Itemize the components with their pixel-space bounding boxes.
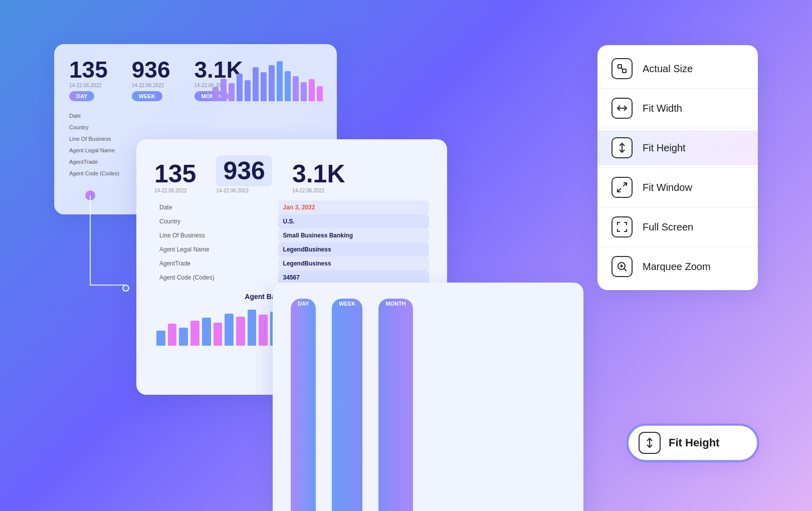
front-stat-value-31k: 3.1K [292, 161, 345, 186]
label-legal-name: Agent Legal Name [154, 242, 278, 257]
table-row: Date Jan 3, 2022 [154, 200, 429, 214]
mini-bar [277, 61, 283, 101]
svg-rect-0 [618, 65, 622, 68]
front-stat-date-135: 14-22.06.2022 [154, 188, 196, 193]
stat-date-936: 14-22.06.2022 [132, 83, 170, 88]
label-agentcode: Agent Code (Codes) [154, 271, 278, 285]
zoom-menu-panel: Actual Size Fit Width Fit Height [597, 45, 758, 290]
chart-bar [156, 331, 165, 346]
divider [597, 246, 758, 247]
svg-line-2 [621, 68, 623, 70]
front-badge-day: DAY [291, 299, 316, 511]
front-badge-month: MONTH [378, 299, 413, 511]
svg-rect-1 [623, 69, 626, 73]
fit-window-label: Fit Window [643, 182, 692, 193]
front-dashboard-card: 135 14-22.06.2022 936 14-22.06.2022 3.1K… [136, 139, 447, 395]
front-stat-date-936: 14-22.06.2022 [216, 188, 272, 193]
chart-bar [236, 317, 245, 346]
divider [597, 128, 758, 128]
value-lob: Small Business Banking [278, 228, 429, 242]
front-stats-row: 135 14-22.06.2022 936 14-22.06.2022 3.1K… [154, 155, 429, 196]
marquee-zoom-icon [612, 256, 633, 277]
mini-bar [269, 65, 275, 101]
value-date: Jan 3, 2022 [278, 200, 429, 214]
table-row: Country U.S. [154, 214, 429, 228]
back-table-country: Country [69, 122, 322, 133]
stat-date-135: 14-22.06.2022 [69, 83, 108, 88]
mini-bar [229, 83, 235, 101]
mini-bar [285, 71, 291, 101]
connector-line-vertical [90, 195, 91, 285]
mini-bar [213, 87, 219, 101]
back-table-date: Date [69, 110, 322, 122]
mini-bar [317, 86, 323, 101]
mini-bar [293, 76, 299, 101]
front-stat-135: 135 14-22.06.2022 [154, 161, 196, 196]
mini-bar [221, 79, 227, 101]
pill-label: Fit Height [669, 436, 719, 449]
zoom-fit-width[interactable]: Fit Width [597, 91, 758, 126]
chart-bar [202, 318, 211, 346]
badge-week: WEEK [132, 91, 162, 101]
divider [597, 88, 758, 89]
stat-135: 135 14-22.06.2022 DAY [69, 58, 108, 101]
pill-fit-height-icon [639, 432, 661, 454]
value-country: U.S. [278, 214, 429, 228]
stat-value-936: 936 [132, 58, 170, 81]
mini-bar [237, 74, 243, 101]
chart-bar [179, 328, 188, 346]
zoom-full-screen[interactable]: Full Screen [597, 209, 758, 244]
label-country: Country [154, 214, 278, 228]
fit-width-icon [612, 98, 633, 119]
zoom-fit-window[interactable]: Fit Window [597, 170, 758, 205]
svg-line-8 [625, 269, 627, 272]
front-stat-31k: 3.1K 14-22.06.2022 [292, 161, 345, 196]
selected-fit-height-pill[interactable]: Fit Height [628, 425, 758, 461]
chart-bar [214, 323, 223, 346]
connector-dot-bottom [122, 285, 129, 292]
badge-day: DAY [69, 91, 94, 101]
table-row: AgentTrade LegendBusiness [154, 257, 429, 271]
fit-height-label: Fit Height [643, 142, 686, 154]
value-agenttrade: LegendBusiness [278, 257, 429, 271]
fit-height-icon [612, 137, 633, 158]
mini-bar [301, 82, 307, 101]
divider [597, 207, 758, 207]
front-stat-value-936: 936 [216, 155, 272, 186]
zoom-actual-size[interactable]: Actual Size [597, 51, 758, 86]
label-date: Date [154, 200, 278, 214]
chart-bar [225, 314, 234, 346]
front-badge-week: WEEK [332, 299, 362, 511]
mini-bar [245, 80, 251, 101]
value-legal-name: LegendBusiness [278, 242, 429, 257]
front-stat-date-31k: 14-22.06.2022 [292, 188, 345, 193]
fit-width-label: Fit Width [643, 103, 682, 114]
stat-value-135: 135 [69, 58, 108, 81]
mini-bar [261, 72, 267, 101]
front-badge-row: DAY WEEK MONTH [273, 283, 583, 511]
fit-window-icon [612, 177, 633, 198]
chart-bar [259, 315, 268, 346]
label-agenttrade: AgentTrade [154, 257, 278, 271]
mini-bar [309, 79, 315, 101]
table-row: Agent Legal Name LegendBusiness [154, 242, 429, 257]
back-mini-chart [213, 56, 323, 101]
table-row: Line Of Business Small Business Banking [154, 228, 429, 242]
zoom-marquee[interactable]: Marquee Zoom [597, 249, 758, 284]
chart-bar [190, 321, 199, 346]
stat-936: 936 14-22.06.2022 WEEK [132, 58, 170, 101]
back-stats-row: 135 14-22.06.2022 DAY 936 14-22.06.2022 … [69, 58, 322, 101]
label-lob: Line Of Business [154, 228, 278, 242]
actual-size-label: Actual Size [643, 63, 693, 75]
details-table: Date Jan 3, 2022 Country U.S. Line Of Bu… [154, 200, 429, 285]
mini-bar [253, 67, 259, 101]
connector-line-horizontal [90, 285, 125, 286]
full-screen-icon [612, 216, 633, 237]
full-screen-label: Full Screen [643, 221, 693, 233]
front-stat-936: 936 14-22.06.2022 [216, 155, 272, 196]
marquee-zoom-label: Marquee Zoom [643, 261, 711, 273]
chart-bar [168, 324, 177, 346]
front-stat-value-135: 135 [154, 161, 196, 186]
zoom-fit-height[interactable]: Fit Height [597, 130, 758, 165]
actual-size-icon [612, 58, 633, 79]
